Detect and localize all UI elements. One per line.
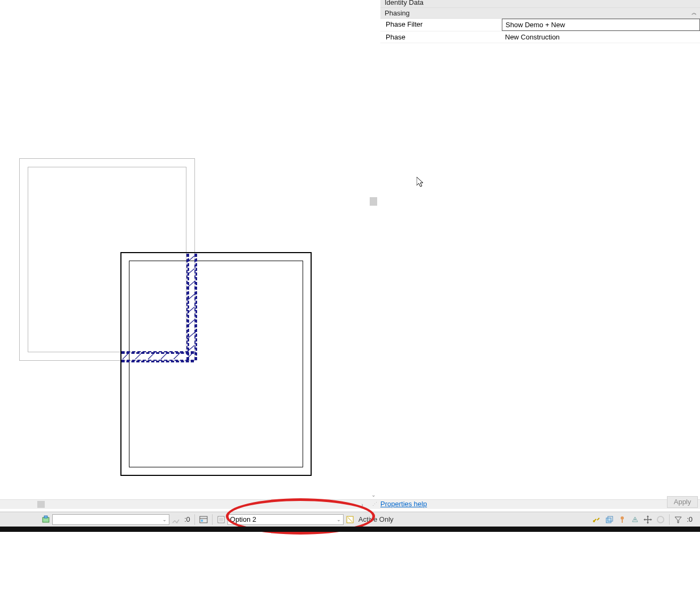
wall-outline-new[interactable] xyxy=(120,252,312,476)
svg-line-6 xyxy=(187,333,194,339)
exclude-options-icon[interactable] xyxy=(345,515,355,524)
scrollbar-thumb[interactable] xyxy=(370,197,377,206)
editable-only-icon[interactable] xyxy=(171,515,181,524)
svg-point-23 xyxy=(593,520,595,522)
property-value-phase[interactable]: New Construction xyxy=(502,31,700,43)
svg-line-4 xyxy=(187,307,194,313)
status-bar: ⌄ :0 Option 2 ⌄ Active Only :0 xyxy=(0,512,700,527)
property-value-phase-filter[interactable]: Show Demo + New xyxy=(502,19,700,31)
svg-line-1 xyxy=(187,269,194,275)
select-underlay-icon[interactable] xyxy=(605,515,614,524)
svg-line-11 xyxy=(161,352,168,359)
svg-point-34 xyxy=(657,516,664,523)
demo-hatch xyxy=(187,256,197,362)
svg-line-13 xyxy=(186,352,194,359)
scroll-right-icon[interactable]: › xyxy=(358,500,367,509)
properties-group-identity-data[interactable]: Identity Data xyxy=(380,0,700,8)
separator xyxy=(669,514,670,525)
svg-line-0 xyxy=(187,256,194,262)
filter-count: :0 xyxy=(685,515,695,523)
wall-inner-new xyxy=(129,261,303,467)
filter-dialog-icon[interactable] xyxy=(199,515,208,524)
separator xyxy=(194,514,195,525)
chevron-down-icon: ⌄ xyxy=(337,517,341,522)
group-label: Phasing xyxy=(385,9,410,17)
apply-button[interactable]: Apply xyxy=(667,496,698,508)
group-label: Identity Data xyxy=(385,0,424,6)
property-label: Phase Filter xyxy=(380,19,502,31)
filter-icon[interactable] xyxy=(673,515,683,524)
svg-marker-31 xyxy=(647,522,649,524)
resize-grip-icon: ⋰ xyxy=(372,501,377,507)
svg-line-7 xyxy=(187,345,194,352)
svg-rect-24 xyxy=(606,518,611,523)
drag-elements-icon[interactable] xyxy=(643,515,653,524)
workset-dropdown[interactable]: ⌄ xyxy=(52,514,169,525)
canvas-vertical-scrollbar[interactable]: ⌄ xyxy=(369,0,378,499)
property-row-phase-filter[interactable]: Phase Filter Show Demo + New xyxy=(380,19,700,31)
active-only-label[interactable]: Active Only xyxy=(356,515,396,523)
property-row-phase[interactable]: Phase New Construction xyxy=(380,31,700,43)
svg-rect-15 xyxy=(44,516,47,518)
property-label: Phase xyxy=(380,31,502,43)
properties-panel: Identity Data Phasing ︽ Phase Filter Sho… xyxy=(380,0,700,525)
svg-line-9 xyxy=(135,352,143,359)
design-options-icon[interactable] xyxy=(216,515,226,524)
svg-line-5 xyxy=(187,320,194,326)
svg-line-3 xyxy=(187,294,194,301)
svg-line-2 xyxy=(187,281,194,288)
collapse-icon[interactable]: ︽ xyxy=(691,9,697,17)
properties-help-link[interactable]: Properties help xyxy=(380,500,427,508)
chevron-down-icon: ⌄ xyxy=(162,517,167,522)
workset-icon[interactable] xyxy=(41,515,51,524)
selection-count: :0 xyxy=(182,515,192,523)
svg-marker-30 xyxy=(647,515,649,517)
separator xyxy=(212,514,213,525)
svg-point-29 xyxy=(634,519,636,520)
properties-group-phasing[interactable]: Phasing ︽ xyxy=(380,8,700,19)
svg-point-26 xyxy=(621,516,624,520)
svg-marker-33 xyxy=(650,519,652,521)
scrollbar-thumb[interactable] xyxy=(37,501,45,508)
design-option-dropdown[interactable]: Option 2 ⌄ xyxy=(227,514,344,525)
drawing-canvas[interactable] xyxy=(0,0,369,499)
svg-line-8 xyxy=(123,352,130,359)
demo-hatch xyxy=(123,352,197,361)
select-pinned-icon[interactable] xyxy=(617,515,627,524)
scroll-down-icon[interactable]: ⌄ xyxy=(369,491,378,499)
canvas-horizontal-scrollbar[interactable]: › ⋰ xyxy=(0,499,378,509)
design-option-value: Option 2 xyxy=(230,515,256,523)
svg-marker-32 xyxy=(644,519,645,521)
background-sync-icon xyxy=(656,515,665,524)
select-face-icon[interactable] xyxy=(630,515,640,524)
windows-taskbar xyxy=(0,527,700,532)
svg-rect-20 xyxy=(219,517,223,522)
svg-marker-35 xyxy=(675,517,681,523)
svg-rect-18 xyxy=(201,520,203,522)
select-links-icon[interactable] xyxy=(592,515,601,524)
svg-line-10 xyxy=(148,352,156,359)
svg-line-12 xyxy=(174,352,181,359)
